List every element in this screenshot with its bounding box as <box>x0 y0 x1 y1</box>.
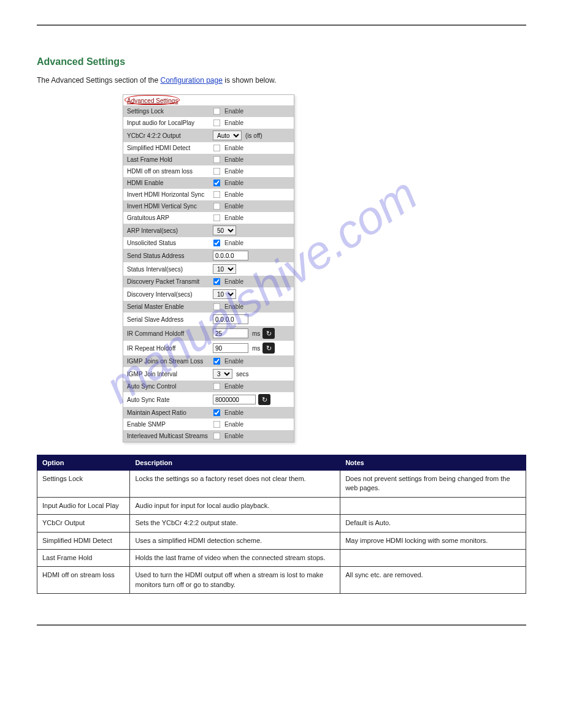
setting-label: Enable SNMP <box>127 421 213 428</box>
auto-sync-checkbox[interactable] <box>213 383 221 390</box>
enable-label: Enable <box>224 203 243 210</box>
setting-label: IGMP Joins on Stream Loss <box>127 358 213 365</box>
enable-label: Enable <box>224 409 243 416</box>
description-cell: Used to turn the HDMI output off when a … <box>130 567 340 594</box>
setting-control: ms↻ <box>213 343 290 354</box>
input-audio-checkbox[interactable] <box>213 119 221 127</box>
setting-control: Enable <box>213 144 290 152</box>
inv-vsync-checkbox[interactable] <box>213 203 221 210</box>
status-interval-select[interactable]: 10 <box>213 264 236 274</box>
notes-cell: Default is Auto. <box>340 515 526 532</box>
setting-row-interleaved: Interleaved Multicast StreamsEnable <box>123 430 294 442</box>
notes-cell <box>340 549 526 566</box>
section-intro: The Advanced Settings section of the Con… <box>37 75 526 86</box>
setting-control: 10 <box>213 289 290 299</box>
setting-row-auto-rate: Auto Sync Rate↻ <box>123 392 294 407</box>
send-status-input[interactable] <box>213 251 248 260</box>
setting-row-inv-hsync: Invert HDMI Horizontal SyncEnable <box>123 189 294 200</box>
enable-label: Enable <box>224 108 243 115</box>
setting-row-auto-sync: Auto Sync ControlEnable <box>123 381 294 392</box>
description-cell: Holds the last frame of video when the c… <box>130 549 340 566</box>
suffix-label: secs <box>236 371 249 377</box>
arp-interval-select[interactable]: 50 <box>213 226 236 235</box>
setting-label: Auto Sync Control <box>127 383 213 390</box>
gratuitous-arp-checkbox[interactable] <box>213 214 221 222</box>
setting-row-status-interval: Status Interval(secs)10 <box>123 262 294 276</box>
inv-hsync-checkbox[interactable] <box>213 191 221 199</box>
auto-rate-reset-button[interactable]: ↻ <box>258 394 270 405</box>
th-description: Description <box>130 455 340 471</box>
setting-control: 10 <box>213 264 290 274</box>
setting-control: Enable <box>213 191 290 199</box>
setting-row-inv-vsync: Invert HDMI Vertical SyncEnable <box>123 200 294 212</box>
interleaved-checkbox[interactable] <box>213 433 221 440</box>
setting-control: Enable <box>213 214 290 222</box>
setting-control: Enable <box>213 239 290 247</box>
setting-control: Auto(is off) <box>213 131 290 140</box>
disc-int-select[interactable]: 10 <box>213 289 236 299</box>
auto-rate-input[interactable] <box>213 395 256 404</box>
setting-control: 50 <box>213 226 290 235</box>
snmp-checkbox[interactable] <box>213 421 221 428</box>
enable-label: Enable <box>224 383 243 390</box>
enable-label: Enable <box>224 240 243 246</box>
unsolicited-checkbox[interactable] <box>213 240 221 247</box>
aspect-checkbox[interactable] <box>213 409 221 417</box>
table-row: YCbCr OutputSets the YCbCr 4:2:2 output … <box>37 515 526 532</box>
enable-label: Enable <box>224 421 243 428</box>
disc-pkt-checkbox[interactable] <box>213 278 221 286</box>
hdmi-enable-checkbox[interactable] <box>213 180 221 187</box>
last-frame-checkbox[interactable] <box>213 156 221 164</box>
settings-lock-checkbox[interactable] <box>213 108 221 115</box>
setting-row-igmp-loss: IGMP Joins on Stream LossEnable <box>123 355 294 367</box>
setting-row-send-status: Send Status Address <box>123 249 294 262</box>
ir-cmd-reset-button[interactable]: ↻ <box>262 328 275 339</box>
setting-label: Invert HDMI Vertical Sync <box>127 203 213 210</box>
ir-rpt-reset-button[interactable]: ↻ <box>262 343 275 354</box>
ir-rpt-input[interactable] <box>213 343 248 353</box>
setting-row-arp-interval: ARP Interval(secs)50 <box>123 224 294 237</box>
setting-label: YCbCr 4:2:2 Output <box>127 132 213 139</box>
enable-label: Enable <box>224 156 243 163</box>
panel-header-label: Advanced Settings <box>127 97 178 104</box>
setting-label: IR Command Holdoff <box>127 330 213 337</box>
simplified-hdmi-checkbox[interactable] <box>213 145 221 152</box>
option-cell: Settings Lock <box>37 471 130 498</box>
setting-row-hdmi-off: HDMI off on stream lossEnable <box>123 165 294 177</box>
serial-master-checkbox[interactable] <box>213 303 221 311</box>
setting-label: Discovery Interval(secs) <box>127 291 213 298</box>
setting-row-gratuitous-arp: Gratuitous ARPEnable <box>123 212 294 224</box>
setting-label: Maintain Aspect Ratio <box>127 409 213 416</box>
setting-control: ms↻ <box>213 328 290 339</box>
section-title: Advanced Settings <box>37 56 526 67</box>
setting-control: Enable <box>213 303 290 311</box>
notes-cell: All sync etc. are removed. <box>340 567 526 594</box>
setting-control: Enable <box>213 107 290 115</box>
notes-cell: Does not prevent settings from being cha… <box>340 471 526 498</box>
setting-row-disc-int: Discovery Interval(secs)10 <box>123 287 294 301</box>
setting-control: Enable <box>213 179 290 187</box>
igmp-int-select[interactable]: 3 <box>213 369 232 379</box>
configuration-page-link[interactable]: Configuration page <box>160 76 222 85</box>
notes-cell: May improve HDMI locking with some monit… <box>340 532 526 549</box>
option-cell: Last Frame Hold <box>37 549 130 566</box>
suffix-label: ms <box>252 345 260 352</box>
setting-control <box>213 314 290 324</box>
setting-row-hdmi-enable: HDMI EnableEnable <box>123 177 294 189</box>
description-cell: Audio input for input for local audio pl… <box>130 497 340 514</box>
option-cell: HDMI off on stream loss <box>37 567 130 594</box>
setting-label: Serial Master Enable <box>127 303 213 310</box>
suffix-label: (is off) <box>245 132 262 139</box>
table-row: Simplified HDMI DetectUses a simplified … <box>37 532 526 549</box>
enable-label: Enable <box>224 145 243 151</box>
table-row: Settings LockLocks the settings so a fac… <box>37 471 526 498</box>
ir-cmd-input[interactable] <box>213 328 248 338</box>
hdmi-off-checkbox[interactable] <box>213 168 221 175</box>
setting-row-serial-slave: Serial Slave Address <box>123 313 294 326</box>
igmp-loss-checkbox[interactable] <box>213 358 221 365</box>
setting-row-aspect: Maintain Aspect RatioEnable <box>123 407 294 419</box>
serial-slave-input[interactable] <box>213 314 248 324</box>
ycbcr-select[interactable]: Auto <box>213 131 242 140</box>
description-cell: Sets the YCbCr 4:2:2 output state. <box>130 515 340 532</box>
setting-row-ir-rpt: IR Repeat Holdoffms↻ <box>123 341 294 355</box>
